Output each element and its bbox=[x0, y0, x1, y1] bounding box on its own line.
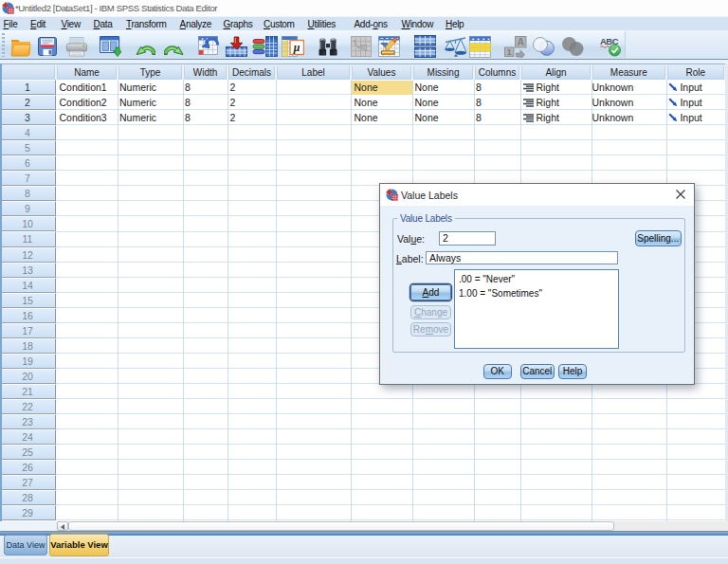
svg-text:μ: μ bbox=[293, 41, 300, 54]
svg-text:A: A bbox=[517, 36, 524, 47]
svg-text:1: 1 bbox=[507, 46, 513, 57]
